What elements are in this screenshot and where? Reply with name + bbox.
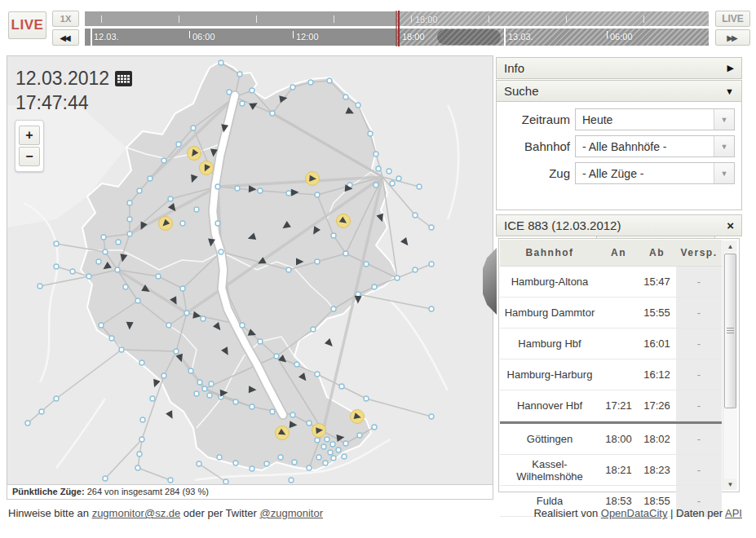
- dropdown-arrow-icon[interactable]: ▼: [714, 109, 734, 130]
- col-an: An: [599, 240, 638, 267]
- rewind-icon: ◀◀: [60, 33, 69, 42]
- overview-time-label: 18:00: [415, 15, 438, 24]
- zug-value: - Alle Züge -: [576, 167, 714, 180]
- table-cell: -: [676, 455, 722, 486]
- zeitraum-value: Heute: [576, 113, 714, 126]
- table-row[interactable]: Göttingen18:0018:02-: [500, 424, 722, 455]
- train-schedule-table: Bahnhof An Ab Versp. Hamburg-Altona15:47…: [500, 240, 722, 517]
- timeline[interactable]: 18:00 12.03.06:0012:0018:0013.03.06:00: [84, 11, 710, 46]
- chevron-down-icon: ▼: [725, 86, 734, 96]
- table-cell: Hamburg-Altona: [500, 267, 599, 298]
- col-ab: Ab: [638, 240, 676, 267]
- germany-map[interactable]: [7, 56, 493, 484]
- info-panel-title: Info: [504, 61, 524, 75]
- dropdown-arrow-icon[interactable]: ▼: [714, 136, 734, 157]
- zoom-in-button[interactable]: +: [19, 126, 40, 145]
- close-icon[interactable]: ×: [727, 218, 734, 232]
- map-panel[interactable]: 12.03.2012 17:47:44 + − Pünktliche Züge:…: [7, 55, 493, 500]
- dropdown-arrow-icon[interactable]: ▼: [714, 163, 734, 183]
- calendar-icon[interactable]: [115, 71, 132, 86]
- current-time: 17:47:44: [15, 90, 132, 115]
- table-row[interactable]: Hamburg Dammtor15:55-: [500, 298, 722, 329]
- table-cell: Hamburg-Harburg: [500, 359, 599, 390]
- table-row[interactable]: Hamburg-Altona15:47-: [500, 267, 722, 298]
- table-cell: [599, 359, 638, 390]
- speed-1x-button[interactable]: 1X: [52, 11, 79, 27]
- api-link[interactable]: API: [725, 507, 742, 519]
- live-button-right[interactable]: LIVE: [715, 11, 750, 27]
- scroll-up-icon[interactable]: ▲: [724, 240, 736, 252]
- scrollbar-thumb[interactable]: [724, 254, 736, 408]
- footer-text: oder per Twitter: [180, 507, 259, 519]
- table-row[interactable]: Kassel-Wilhelmshöhe18:2118:23-: [500, 455, 722, 486]
- train-schedule-panel: Bahnhof An Ab Versp. Hamburg-Altona15:47…: [498, 238, 740, 492]
- footer-credits: Realisiert von OpenDataCity | Daten per …: [533, 507, 742, 519]
- rewind-button[interactable]: ◀◀: [52, 29, 79, 46]
- fast-forward-button[interactable]: ▶▶: [715, 29, 750, 46]
- zug-select[interactable]: - Alle Züge - ▼: [575, 162, 735, 184]
- table-row[interactable]: Hamburg Hbf16:01-: [500, 329, 722, 359]
- twitter-link[interactable]: @zugmonitor: [260, 507, 324, 519]
- fast-forward-icon: ▶▶: [727, 33, 736, 42]
- table-cell: -: [676, 329, 722, 359]
- table-cell: 15:47: [638, 267, 676, 298]
- timeline-detail[interactable]: 12.03.06:0012:0018:0013.03.06:00: [84, 28, 710, 46]
- table-cell: 16:12: [638, 359, 676, 390]
- footer-text: | Daten per: [667, 507, 725, 519]
- table-cell: -: [676, 424, 722, 455]
- table-cell: 18:00: [599, 424, 638, 455]
- timeline-label: 12:00: [296, 32, 319, 42]
- table-row[interactable]: Hamburg-Harburg16:12-: [500, 359, 722, 390]
- timeline-night-region: [437, 29, 501, 45]
- day-separator: [504, 29, 506, 46]
- table-cell: 16:01: [638, 329, 676, 359]
- timeline-now-marker: [398, 11, 400, 46]
- timeline-label: 13.03.: [508, 32, 533, 42]
- scrollbar-grip: [727, 328, 734, 334]
- zoom-control[interactable]: + −: [15, 120, 44, 172]
- scroll-down-icon[interactable]: ▼: [724, 478, 736, 490]
- table-cell: -: [676, 359, 722, 390]
- footer-text: Realisiert von: [533, 507, 600, 519]
- timeline-overview-future: [397, 11, 709, 26]
- timeline-label: 12.03.: [94, 32, 119, 42]
- footer-contact: Hinweise bitte an zugmonitor@sz.de oder …: [8, 507, 323, 519]
- info-panel-header[interactable]: Info ▶: [496, 57, 742, 79]
- table-cell: 18:02: [638, 424, 676, 455]
- train-panel-title: ICE 883 (12.03.2012): [504, 218, 621, 232]
- suche-panel-header[interactable]: Suche ▼: [496, 80, 742, 102]
- table-cell: 18:23: [638, 455, 676, 486]
- zug-label: Zug: [497, 166, 575, 180]
- table-row[interactable]: Hannover Hbf17:2117:26-: [500, 390, 722, 421]
- timeline-label: 06:00: [610, 32, 633, 42]
- live-button[interactable]: LIVE: [8, 11, 46, 39]
- status-label: Pünktliche Züge:: [12, 487, 85, 496]
- zeitraum-select[interactable]: Heute ▼: [575, 108, 735, 130]
- table-cell: [599, 329, 638, 359]
- email-link[interactable]: zugmonitor@sz.de: [92, 507, 181, 519]
- timeline-detail-future: [397, 29, 709, 46]
- timeline-label: 18:00: [402, 32, 425, 42]
- table-cell: Göttingen: [500, 424, 599, 455]
- table-cell: Hannover Hbf: [500, 390, 599, 421]
- table-scrollbar[interactable]: ▲ ▼: [723, 240, 737, 490]
- map-datetime: 12.03.2012 17:47:44: [15, 66, 132, 115]
- bahnhof-label: Bahnhof: [497, 139, 575, 153]
- bahnhof-select[interactable]: - Alle Bahnhöfe - ▼: [575, 135, 735, 157]
- zoom-out-button[interactable]: −: [19, 147, 40, 166]
- timeline-overview[interactable]: 18:00: [84, 11, 710, 27]
- col-versp: Versp.: [676, 240, 722, 267]
- status-text: 264 von insgesamt 284 (93 %): [85, 487, 209, 496]
- table-cell: Hamburg Hbf: [500, 329, 599, 359]
- footer-text: Hinweise bitte an: [8, 507, 92, 519]
- timeline-label: 06:00: [192, 32, 215, 42]
- opendatacity-link[interactable]: OpenDataCity: [601, 507, 668, 519]
- train-panel-header[interactable]: ICE 883 (12.03.2012) ×: [496, 214, 742, 236]
- table-cell: -: [676, 267, 722, 298]
- table-cell: 15:55: [638, 298, 676, 329]
- suche-panel-body: Zeitraum Heute ▼ Bahnhof - Alle Bahnhöfe…: [496, 102, 742, 210]
- table-header-row: Bahnhof An Ab Versp.: [500, 240, 722, 267]
- punctuality-status-bar: Pünktliche Züge: 264 von insgesamt 284 (…: [7, 484, 493, 499]
- current-date: 12.03.2012: [15, 66, 109, 90]
- sidebar: Info ▶ Suche ▼ Zeitraum Heute ▼ Bahnhof …: [496, 57, 742, 492]
